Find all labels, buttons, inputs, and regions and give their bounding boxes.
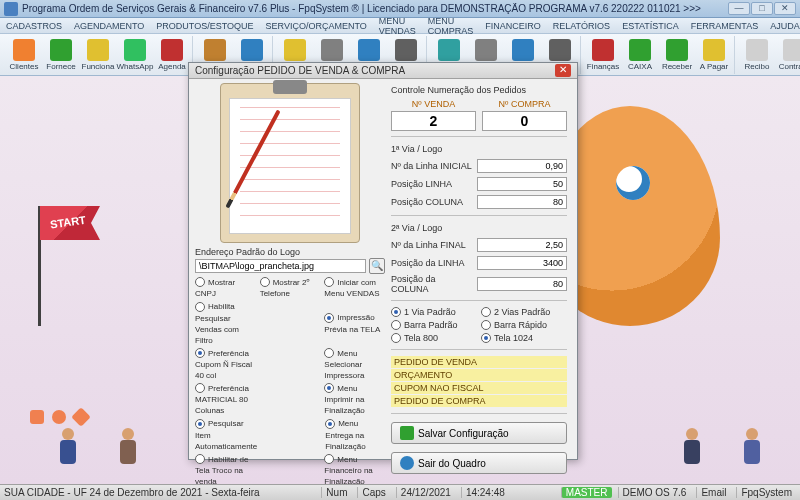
via2-linhafin-label: Nº da Linha FINAL bbox=[391, 240, 474, 250]
tool-receber[interactable]: Receber bbox=[659, 36, 695, 74]
menu-ajuda[interactable]: AJUDA bbox=[770, 21, 800, 31]
option-habilitar-de[interactable]: Habilitar de Tela Troco na venda bbox=[195, 453, 256, 486]
menu-estatística[interactable]: ESTATÍSTICA bbox=[622, 21, 679, 31]
menubar: CADASTROSAGENDAMENTOPRODUTOS/ESTOQUESERV… bbox=[0, 18, 800, 34]
radio-2-vias-padrão[interactable]: 2 Vias Padrão bbox=[481, 306, 567, 318]
menu-pedido-de-venda[interactable]: PEDIDO DE VENDA bbox=[391, 356, 567, 368]
tool-icon bbox=[703, 39, 725, 61]
status-master: MASTER bbox=[561, 487, 612, 498]
save-button[interactable]: Salvar Configuração bbox=[391, 422, 567, 444]
option-menu-finance[interactable]: Menu Financeiro na Finalização bbox=[324, 453, 385, 486]
option-preferência-[interactable]: Preferência Cupom Ñ Fiscal 40 col bbox=[195, 347, 256, 380]
menu-agendamento[interactable]: AGENDAMENTO bbox=[74, 21, 144, 31]
via2-poscol-label: Posição da COLUNA bbox=[391, 274, 474, 294]
via1-poslinha-input[interactable] bbox=[477, 177, 568, 191]
menu-pedido-de-compra[interactable]: PEDIDO DE COMPRA bbox=[391, 395, 567, 407]
menu-ferramentas[interactable]: FERRAMENTAS bbox=[691, 21, 758, 31]
tool-icon bbox=[284, 39, 306, 61]
status-demo: DEMO OS 7.6 bbox=[618, 487, 691, 498]
menu-financeiro[interactable]: FINANCEIRO bbox=[485, 21, 541, 31]
close-button[interactable]: ✕ bbox=[774, 2, 796, 15]
menu-cadastros[interactable]: CADASTROS bbox=[6, 21, 62, 31]
radio-icon bbox=[391, 307, 401, 317]
tool-contrato[interactable]: Contrato bbox=[776, 36, 800, 74]
menu-produtos/estoque[interactable]: PRODUTOS/ESTOQUE bbox=[156, 21, 253, 31]
via1-poscol-input[interactable] bbox=[477, 195, 568, 209]
via2-head: 2ª Via / Logo bbox=[391, 221, 567, 235]
status-num: Num bbox=[321, 487, 351, 498]
option-menu-selecio[interactable]: Menu Selecionar Impressora bbox=[324, 347, 385, 380]
tool-icon bbox=[161, 39, 183, 61]
option-impressão-pr[interactable]: Impressão Prévia na TELA bbox=[324, 311, 385, 333]
tool-recibo[interactable]: Recibo bbox=[739, 36, 775, 74]
tool-caixa[interactable]: CAIXA bbox=[622, 36, 658, 74]
maximize-button[interactable]: □ bbox=[751, 2, 773, 15]
tool-agenda[interactable]: Agenda bbox=[154, 36, 190, 74]
option-mostrar-2º-t[interactable]: Mostrar 2º Telefone bbox=[260, 276, 321, 298]
minimize-button[interactable]: — bbox=[728, 2, 750, 15]
window-title: Programa Ordem de Serviços Gerais & Fina… bbox=[22, 3, 728, 14]
option-pesquisar-it[interactable]: Pesquisar Item Automaticamente bbox=[195, 417, 257, 450]
person-illustration bbox=[684, 428, 700, 464]
dialog-close-button[interactable]: ✕ bbox=[555, 64, 571, 77]
decor-shapes bbox=[30, 410, 88, 424]
option-mostrar-cnpj[interactable]: Mostrar CNPJ bbox=[195, 276, 256, 298]
compra-number: 0 bbox=[482, 111, 567, 131]
radio-barra-rápido[interactable]: Barra Rápido bbox=[481, 319, 567, 331]
radio-icon bbox=[325, 419, 335, 429]
menu-serviço/orçamento[interactable]: SERVIÇO/ORÇAMENTO bbox=[266, 21, 367, 31]
via2-poslinha-label: Posição da LINHA bbox=[391, 258, 474, 268]
tool-funciona[interactable]: Funciona bbox=[80, 36, 116, 74]
tool-whatsapp[interactable]: WhatsApp bbox=[117, 36, 153, 74]
tool-clientes[interactable]: Clientes bbox=[6, 36, 42, 74]
menu-menu vendas[interactable]: MENU VENDAS bbox=[379, 16, 416, 36]
menu-orçamento[interactable]: ORÇAMENTO bbox=[391, 369, 567, 381]
radio-icon bbox=[324, 348, 334, 358]
radio-1-via-padrão[interactable]: 1 Via Padrão bbox=[391, 306, 477, 318]
browse-button[interactable]: 🔍 bbox=[369, 258, 385, 274]
radio-icon bbox=[324, 277, 334, 287]
tool-icon bbox=[666, 39, 688, 61]
tool-finanças[interactable]: Finanças bbox=[585, 36, 621, 74]
menu-menu compras[interactable]: MENU COMPRAS bbox=[428, 16, 474, 36]
option-menu-entrega[interactable]: Menu Entrega na Finalização bbox=[325, 417, 385, 450]
tool-icon bbox=[241, 39, 263, 61]
option-menu-imprimi[interactable]: Menu Imprimir na Finalização bbox=[324, 382, 385, 415]
radio-barra-padrão[interactable]: Barra Padrão bbox=[391, 319, 477, 331]
status-caps: Caps bbox=[357, 487, 389, 498]
check-icon bbox=[400, 426, 414, 440]
exit-button[interactable]: Sair do Quadro bbox=[391, 452, 567, 474]
via1-linhaini-input[interactable] bbox=[477, 159, 568, 173]
tool-icon bbox=[783, 39, 800, 61]
via2-linhafin-input[interactable] bbox=[477, 238, 568, 252]
statusbar: SUA CIDADE - UF 24 de Dezembro de 2021 -… bbox=[0, 484, 800, 500]
exit-icon bbox=[400, 456, 414, 470]
tool-icon bbox=[592, 39, 614, 61]
via2-poscol-input[interactable] bbox=[477, 277, 568, 291]
radio-tela-1024[interactable]: Tela 1024 bbox=[481, 332, 567, 344]
tool-icon bbox=[549, 39, 571, 61]
person-illustration bbox=[120, 428, 136, 464]
tool-icon bbox=[50, 39, 72, 61]
radio-icon bbox=[195, 277, 205, 287]
app-icon bbox=[4, 2, 18, 16]
tool-icon bbox=[321, 39, 343, 61]
logo-path-input[interactable] bbox=[195, 259, 366, 273]
tool-fornece[interactable]: Fornece bbox=[43, 36, 79, 74]
radio-icon bbox=[195, 348, 205, 358]
dialog-title: Configuração PEDIDO DE VENDA & COMPRA bbox=[195, 65, 405, 76]
via2-poslinha-input[interactable] bbox=[477, 256, 568, 270]
menu-cupom-nao-fiscal[interactable]: CUPOM NAO FISCAL bbox=[391, 382, 567, 394]
person-illustration bbox=[744, 428, 760, 464]
menu-relatórios[interactable]: RELATÓRIOS bbox=[553, 21, 610, 31]
tool-a pagar[interactable]: A Pagar bbox=[696, 36, 732, 74]
option-habilita-pes[interactable]: Habilita Pesquisar Vendas com Filtro bbox=[195, 300, 256, 344]
via1-head: 1ª Via / Logo bbox=[391, 142, 567, 156]
dialog-titlebar: Configuração PEDIDO DE VENDA & COMPRA ✕ bbox=[189, 63, 577, 79]
radio-icon bbox=[195, 302, 205, 312]
radio-icon bbox=[195, 383, 205, 393]
option-iniciar-com-[interactable]: Iniciar com Menu VENDAS bbox=[324, 276, 385, 298]
option-preferência-[interactable]: Preferência MATRICIAL 80 Colunas bbox=[195, 382, 256, 415]
radio-tela-800[interactable]: Tela 800 bbox=[391, 332, 477, 344]
radio-icon bbox=[195, 454, 205, 464]
